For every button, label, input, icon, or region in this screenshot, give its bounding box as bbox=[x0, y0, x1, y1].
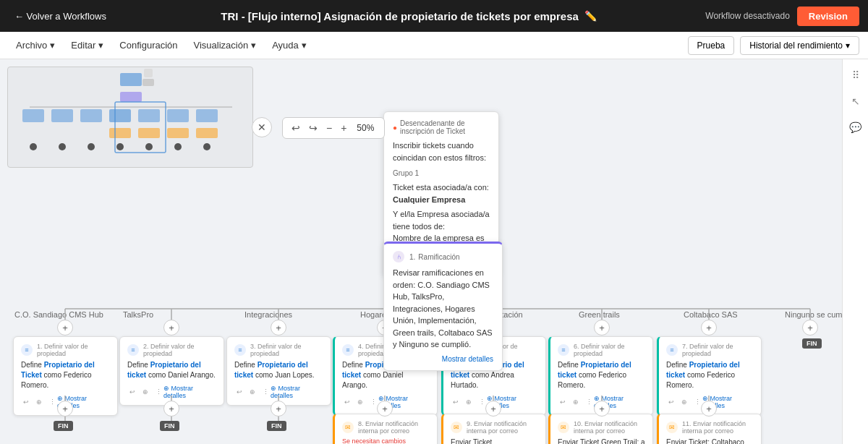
plus-btn-after-7[interactable]: + bbox=[701, 401, 717, 417]
fin-badge-3: FIN bbox=[267, 421, 286, 431]
action-icon[interactable]: ↩ bbox=[451, 397, 461, 407]
ramificacion-show-details[interactable]: Mostrar detalles bbox=[393, 355, 493, 363]
menu-left: Archivo ▾ Editar ▾ Configuración Visuali… bbox=[9, 36, 314, 54]
svg-rect-0 bbox=[120, 73, 142, 86]
edit-icon[interactable]: ✏️ bbox=[584, 10, 597, 22]
svg-point-14 bbox=[30, 143, 37, 150]
col-label-6: Green trails bbox=[579, 310, 620, 319]
chevron-down-icon: ▾ bbox=[98, 40, 103, 51]
node-3[interactable]: ≡ 3. Definir valor de propiedad Define P… bbox=[226, 336, 331, 406]
property-icon-7: ≡ bbox=[666, 344, 678, 356]
plus-btn-col1[interactable]: + bbox=[57, 320, 73, 336]
prueba-button[interactable]: Prueba bbox=[688, 36, 735, 55]
undo-button[interactable]: ↩ bbox=[289, 121, 303, 135]
action-icon[interactable]: ⋮ bbox=[153, 387, 163, 397]
plus-btn-col7[interactable]: + bbox=[701, 320, 717, 336]
menu-editar[interactable]: Editar ▾ bbox=[64, 36, 111, 54]
property-icon-3: ≡ bbox=[234, 344, 246, 356]
svg-rect-7 bbox=[138, 109, 160, 122]
show-details-3[interactable]: ⊕ Mostrar detalles bbox=[271, 385, 323, 399]
zoom-level: 50% bbox=[352, 123, 378, 133]
svg-rect-11 bbox=[138, 128, 160, 138]
svg-rect-6 bbox=[109, 109, 131, 122]
ramificacion-card[interactable]: ⑃ 1. Ramificación Revisar ramificaciones… bbox=[383, 242, 503, 371]
fin-badge-8: FIN bbox=[802, 338, 822, 349]
svg-rect-4 bbox=[51, 109, 73, 122]
close-button[interactable]: ✕ bbox=[252, 117, 272, 137]
plus-btn-after-6[interactable]: + bbox=[594, 401, 610, 417]
menu-configuracion[interactable]: Configuración bbox=[112, 36, 184, 54]
redo-button[interactable]: ↪ bbox=[306, 121, 320, 135]
node-9[interactable]: ✉ 9. Enviar notificación interna por cor… bbox=[441, 414, 546, 444]
action-icon[interactable]: ⊕ bbox=[571, 397, 581, 407]
historial-button[interactable]: Historial del rendimiento ▾ bbox=[740, 36, 859, 55]
action-icon[interactable]: ⊕ bbox=[34, 397, 44, 407]
svg-rect-9 bbox=[196, 109, 218, 122]
action-icon[interactable]: ⋮ bbox=[584, 397, 594, 407]
col-label-3: Integraciones bbox=[244, 310, 292, 319]
show-details-2[interactable]: ⊕ Mostrar detalles bbox=[163, 385, 216, 399]
menu-right: Prueba Historial del rendimiento ▾ bbox=[688, 36, 859, 55]
fin-badge-1: FIN bbox=[54, 421, 73, 431]
canvas-controls: ↩ ↪ − + 50% bbox=[282, 117, 385, 139]
revision-button[interactable]: Revision bbox=[797, 7, 859, 26]
svg-point-15 bbox=[59, 143, 66, 150]
back-button[interactable]: ← Volver a Workflows bbox=[9, 8, 112, 25]
action-icon[interactable]: ↩ bbox=[21, 397, 31, 407]
action-icon[interactable]: ↩ bbox=[342, 397, 352, 407]
svg-point-16 bbox=[88, 143, 95, 150]
plus-btn-col8[interactable]: + bbox=[802, 320, 818, 336]
svg-rect-5 bbox=[80, 109, 102, 122]
plus-btn-col6[interactable]: + bbox=[594, 320, 610, 336]
plus-btn-col3[interactable]: + bbox=[271, 320, 286, 336]
menu-archivo[interactable]: Archivo ▾ bbox=[9, 36, 62, 54]
right-sidebar: ⠿ ↖ 💬 bbox=[842, 59, 868, 444]
minimap-inner bbox=[8, 67, 252, 167]
workflow-title-text: TRI - [Flujo interno] Asignación de prop… bbox=[221, 10, 579, 22]
zoom-out-button[interactable]: − bbox=[323, 121, 335, 135]
top-bar: ← Volver a Workflows TRI - [Flujo intern… bbox=[0, 0, 868, 32]
action-icon[interactable]: ↩ bbox=[666, 397, 676, 407]
svg-rect-10 bbox=[109, 128, 131, 138]
action-icon[interactable]: ⊕ bbox=[140, 387, 150, 397]
chat-icon[interactable]: 💬 bbox=[848, 120, 863, 135]
node-11[interactable]: ✉ 11. Enviar notificación interna por co… bbox=[657, 414, 762, 444]
plus-btn-after-4[interactable]: + bbox=[377, 401, 393, 417]
action-icon[interactable]: ⊕ bbox=[464, 397, 474, 407]
minimap[interactable] bbox=[7, 67, 253, 168]
col-label-8: Ninguno se cumplió bbox=[785, 310, 842, 319]
plus-btn-after-5[interactable]: + bbox=[485, 401, 501, 417]
svg-rect-1 bbox=[120, 92, 142, 102]
action-icon[interactable]: ↩ bbox=[234, 387, 244, 397]
plus-btn-after-1[interactable]: + bbox=[57, 401, 73, 417]
action-icon[interactable]: ⊕ bbox=[247, 387, 258, 397]
property-icon-2: ≡ bbox=[127, 344, 139, 356]
menu-visualizacion[interactable]: Visualización ▾ bbox=[187, 36, 264, 54]
svg-point-20 bbox=[203, 143, 210, 150]
grid-icon[interactable]: ⠿ bbox=[848, 68, 863, 82]
action-icon[interactable]: ↩ bbox=[127, 387, 137, 397]
chevron-down-icon: ▾ bbox=[50, 40, 55, 51]
col-label-1: C.O. Sandiago CMS Hub bbox=[14, 310, 103, 319]
col-label-2: TalksPro bbox=[123, 310, 153, 319]
menu-ayuda[interactable]: Ayuda ▾ bbox=[265, 36, 314, 54]
chevron-down-icon: ▾ bbox=[846, 40, 850, 51]
plus-btn-after-3[interactable]: + bbox=[271, 401, 286, 417]
action-icon[interactable]: ↩ bbox=[558, 397, 568, 407]
plus-btn-col2[interactable]: + bbox=[163, 320, 179, 336]
svg-rect-12 bbox=[167, 128, 189, 138]
cursor-icon[interactable]: ↖ bbox=[848, 94, 863, 108]
zoom-in-button[interactable]: + bbox=[338, 121, 349, 135]
action-icon[interactable]: ⊕ bbox=[355, 397, 365, 407]
col-label-7: Coltabaco SAS bbox=[684, 310, 738, 319]
action-icon[interactable]: ⋮ bbox=[260, 387, 271, 397]
node-2[interactable]: ≡ 2. Definir valor de propiedad Define P… bbox=[119, 336, 224, 406]
node-8[interactable]: ✉ 8. Enviar notificación interna por cor… bbox=[333, 414, 438, 444]
workflow-title: TRI - [Flujo interno] Asignación de prop… bbox=[221, 10, 597, 22]
action-icon[interactable]: ⋮ bbox=[47, 397, 57, 407]
node-10[interactable]: ✉ 10. Enviar notificación interna por co… bbox=[548, 414, 653, 444]
svg-point-17 bbox=[116, 143, 124, 150]
action-icon[interactable]: ⊕ bbox=[679, 397, 689, 407]
workflow-status: Workflow desactivado bbox=[705, 11, 790, 21]
plus-btn-after-2[interactable]: + bbox=[163, 401, 179, 417]
